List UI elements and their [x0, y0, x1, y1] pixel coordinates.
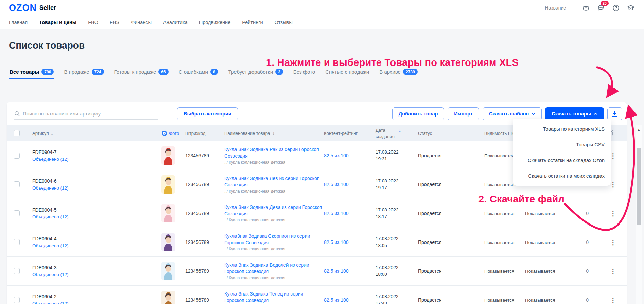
- product-photo[interactable]: [161, 291, 175, 304]
- product-photo[interactable]: [161, 262, 175, 280]
- search-field[interactable]: [14, 108, 158, 120]
- help-icon[interactable]: [611, 3, 620, 12]
- nav-item-fbo[interactable]: FBO: [88, 20, 98, 25]
- annotation-step2: 2. Скачайте файл: [478, 194, 564, 205]
- product-link[interactable]: Кукла Знак Зодиака Дева из серии Гороско…: [224, 204, 324, 217]
- column-settings-icon[interactable]: [608, 130, 627, 137]
- merged-link[interactable]: Объединено (12): [32, 301, 69, 304]
- row-menu-icon[interactable]: ⋮: [606, 267, 620, 275]
- barcode-cell: 123456789: [185, 153, 224, 158]
- rating-link[interactable]: 82.5 из 100: [324, 297, 376, 303]
- sort-icon[interactable]: ↓: [51, 130, 53, 136]
- stock-cell: 0: [566, 239, 589, 245]
- tab-no-photo[interactable]: Без фото: [293, 69, 316, 79]
- col-photo[interactable]: Фото: [161, 130, 185, 136]
- tab-ready-for-sale[interactable]: Готовы к продаже66: [114, 69, 169, 79]
- merged-link[interactable]: Объединено (12): [32, 185, 69, 191]
- premium-crown-icon[interactable]: [581, 3, 590, 12]
- rating-link[interactable]: 82.5 из 100: [324, 211, 376, 216]
- add-product-button[interactable]: Добавить товар: [392, 107, 445, 120]
- row-menu-icon[interactable]: ⋮: [606, 210, 620, 217]
- row-menu-icon[interactable]: ⋮: [606, 238, 620, 246]
- scroll-up-icon[interactable]: ▲: [637, 128, 641, 132]
- col-name[interactable]: Наименование товара↓: [224, 130, 324, 136]
- tab-all-products[interactable]: Все товары790: [9, 69, 54, 79]
- table-scrollbar[interactable]: ▲: [636, 125, 642, 304]
- nav-item-main[interactable]: Главная: [9, 20, 28, 25]
- col-created[interactable]: Дата создания↓: [376, 127, 418, 139]
- row-menu-icon[interactable]: ⋮: [606, 296, 620, 304]
- select-all-checkbox[interactable]: [14, 130, 20, 136]
- rating-link[interactable]: 82.5 из 100: [324, 239, 376, 245]
- nav-item-fbs[interactable]: FBS: [110, 20, 119, 25]
- ozon-logo[interactable]: OZON: [9, 3, 37, 13]
- chat-icon[interactable]: 20: [596, 3, 605, 12]
- merged-link[interactable]: Объединено (12): [32, 243, 69, 248]
- status-cell: Продается: [418, 268, 484, 274]
- merged-link[interactable]: Объединено (12): [32, 272, 69, 277]
- education-icon[interactable]: [626, 3, 635, 12]
- row-checkbox[interactable]: [14, 268, 20, 274]
- row-checkbox[interactable]: [14, 181, 20, 187]
- date-cell: 17.08.202218:17: [376, 207, 418, 220]
- menu-item-products-by-category-xls[interactable]: Товары по категориям XLS: [513, 121, 611, 137]
- barcode-cell: 123456789: [185, 297, 224, 303]
- chat-badge: 20: [601, 1, 609, 6]
- sort-icon[interactable]: ↓: [272, 130, 275, 136]
- product-photo[interactable]: [161, 233, 175, 251]
- menu-item-products-csv[interactable]: Товары CSV: [513, 137, 611, 153]
- import-button[interactable]: Импорт: [448, 107, 479, 120]
- product-photo[interactable]: [161, 175, 175, 194]
- tab-count-badge: 790: [41, 69, 54, 75]
- tab-needs-work[interactable]: Требует доработки3: [228, 69, 284, 79]
- select-categories-button[interactable]: Выбрать категории: [177, 107, 238, 120]
- barcode-cell: 123456789: [185, 268, 224, 274]
- menu-item-stock-my-warehouses[interactable]: Скачать остатки на моих складах: [513, 168, 611, 184]
- account-name[interactable]: Название: [545, 5, 566, 11]
- scrollbar-thumb[interactable]: [637, 148, 641, 225]
- product-link[interactable]: Кукла Знак Зодиака Рак из серии Гороскоп…: [224, 146, 324, 159]
- table-row[interactable]: FDE0904-2Объединено (12) 123456789 Кукла…: [7, 286, 627, 304]
- barcode-cell: 123456789: [185, 239, 224, 245]
- visibility-fbs-cell: Показывается: [525, 298, 566, 303]
- rating-link[interactable]: 82.5 из 100: [324, 182, 376, 187]
- row-checkbox[interactable]: [14, 210, 20, 216]
- tab-on-sale[interactable]: В продаже724: [63, 69, 104, 79]
- merged-link[interactable]: Объединено (12): [32, 214, 69, 219]
- product-link[interactable]: Кукла Знак Зодиака Водолей из серии Горо…: [224, 262, 324, 275]
- row-checkbox[interactable]: [14, 153, 20, 159]
- menu-item-stock-ozon-warehouses[interactable]: Скачать остатки на складах Ozon: [513, 153, 611, 168]
- nav-item-ratings[interactable]: Рейтинги: [242, 20, 263, 25]
- nav-item-analytics[interactable]: Аналитика: [163, 20, 188, 25]
- product-photo[interactable]: [161, 204, 175, 222]
- rating-link[interactable]: 82.5 из 100: [324, 268, 376, 274]
- download-template-button[interactable]: Скачать шаблон: [483, 107, 542, 120]
- product-link[interactable]: КуклаЗнак Зодиака Скорпион из серии Горо…: [224, 233, 324, 246]
- name-cell: Кукла Знак Зодиака Лев из серии Гороскоп…: [224, 175, 324, 194]
- tab-archived[interactable]: В архиве2739: [379, 69, 418, 79]
- category-path: ../ Кукла коллекционная детская: [224, 218, 285, 222]
- sort-active-icon[interactable]: ↓: [399, 127, 401, 134]
- product-photo[interactable]: [161, 146, 175, 165]
- row-checkbox[interactable]: [14, 239, 20, 245]
- col-sku[interactable]: Артикул↓: [25, 130, 161, 136]
- nav-item-reviews[interactable]: Отзывы: [275, 20, 293, 25]
- nav-item-finance[interactable]: Финансы: [131, 20, 152, 25]
- rating-link[interactable]: 82.5 из 100: [324, 153, 376, 158]
- download-products-button[interactable]: Скачать товары: [545, 107, 604, 120]
- search-input[interactable]: [23, 111, 157, 117]
- tab-with-errors[interactable]: С ошибками8: [178, 69, 219, 79]
- product-link[interactable]: Кукла Знак Зодиака Телец из серии Гороск…: [224, 291, 324, 304]
- row-checkbox[interactable]: [14, 297, 20, 303]
- download-file-button[interactable]: [607, 107, 622, 120]
- table-row[interactable]: FDE0904-4Объединено (12) 123456789 Кукла…: [7, 228, 627, 257]
- product-link[interactable]: Кукла Знак Зодиака Лев из серии Гороскоп…: [224, 175, 324, 188]
- merged-link[interactable]: Объединено (12): [32, 157, 69, 162]
- table-row[interactable]: FDE0904-3Объединено (12) 123456789 Кукла…: [7, 257, 627, 286]
- category-path: ../ Кукла коллекционная детская: [224, 189, 285, 194]
- nav-item-products-prices[interactable]: Товары и цены: [39, 20, 76, 25]
- tab-removed-from-sale[interactable]: Снятые с продажи: [325, 69, 370, 79]
- stock-cell: 0: [566, 211, 589, 216]
- nav-item-promotion[interactable]: Продвижение: [199, 20, 230, 25]
- top-bar: OZON Seller Название 20 Главная Товары и…: [0, 0, 644, 29]
